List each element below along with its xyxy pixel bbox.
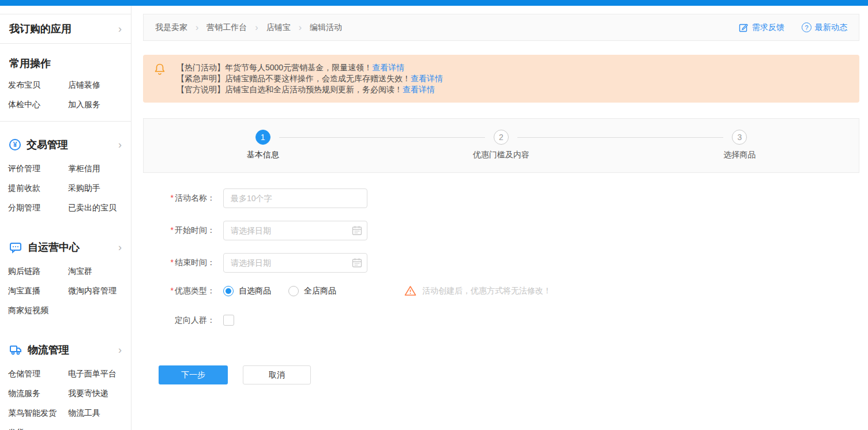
calendar-icon[interactable] (352, 225, 362, 236)
end-date-picker (223, 253, 367, 273)
header-links: 需求反馈 ? 最新动态 (739, 22, 847, 33)
sidebar-item[interactable]: 提前收款 (8, 178, 68, 198)
notice-text: 【紧急声明】店铺宝赠品不要这样操作，会造成无库存赠送失效！ (176, 74, 411, 83)
feedback-link[interactable]: 需求反馈 (739, 22, 784, 33)
breadcrumb-bar: 我是卖家 › 营销工作台 › 店铺宝 › 编辑活动 需求反馈 (143, 14, 859, 41)
step-connector (279, 137, 485, 138)
activity-name-input[interactable] (223, 188, 367, 208)
sidebar-section-trade: ¥ 交易管理 › 评价管理 掌柜信用 提前收款 采购助手 分期管理 已卖出的宝贝 (0, 122, 131, 224)
warning-triangle-icon (404, 285, 416, 296)
radio-label[interactable]: 全店商品 (304, 286, 336, 296)
step-basic-info: 1 基本信息 (144, 130, 382, 172)
form-row-start-time: *开始时间： (159, 221, 859, 240)
edit-icon (739, 22, 749, 32)
step-number: 1 (255, 130, 270, 145)
notice-text: 【热门活动】年货节每人5000元营销基金，限量速领！ (176, 63, 372, 72)
target-group-label: 定向人群： (159, 315, 215, 326)
sidebar-item-self-operation-center[interactable]: 自运营中心 › (0, 233, 131, 261)
start-date-input[interactable] (223, 221, 367, 240)
notice-detail-link[interactable]: 查看详情 (372, 63, 404, 72)
form-actions: 下一步 取消 (159, 365, 859, 384)
notice-text: 【官方说明】店铺宝自选和全店活动预热规则更新，务必阅读！ (176, 85, 403, 94)
sidebar-item[interactable]: 加入服务 (68, 95, 131, 114)
sidebar-item[interactable]: 掌柜信用 (68, 159, 131, 178)
sidebar-item[interactable]: 微淘内容管理 (68, 281, 131, 300)
sidebar-item[interactable]: 体检中心 (8, 95, 68, 114)
notice-line: 【官方说明】店铺宝自选和全店活动预热规则更新，务必阅读！查看详情 (176, 84, 848, 95)
start-date-picker (223, 221, 367, 240)
required-mark: * (171, 258, 174, 267)
step-connector (517, 137, 723, 138)
breadcrumb-item[interactable]: 营销工作台 (206, 22, 247, 33)
notice-detail-link[interactable]: 查看详情 (411, 74, 443, 83)
latest-news-label: 最新动态 (815, 22, 847, 33)
section-title: 自运营中心 (28, 240, 80, 254)
sidebar-item[interactable]: 商家短视频 (8, 300, 68, 320)
section-title: 常用操作 (9, 56, 51, 70)
main-content: 我是卖家 › 营销工作台 › 店铺宝 › 编辑活动 需求反馈 (131, 6, 868, 430)
end-date-input[interactable] (223, 253, 367, 273)
sidebar-item[interactable]: 采购助手 (68, 178, 131, 198)
sidebar-item[interactable]: 店铺装修 (68, 75, 131, 95)
step-discount-threshold: 2 优惠门槛及内容 (382, 130, 620, 172)
radio-label[interactable]: 自选商品 (239, 286, 271, 296)
sidebar-section-common-ops: 常用操作 发布宝贝 店铺装修 体检中心 加入服务 (0, 44, 131, 122)
sidebar-item[interactable]: 发货 (8, 423, 68, 430)
sidebar-item[interactable]: 我要寄快递 (68, 383, 131, 403)
section-title: 物流管理 (28, 343, 69, 357)
step-number: 2 (494, 130, 509, 145)
top-accent-bar (0, 0, 868, 6)
sidebar-item[interactable]: 仓储管理 (8, 364, 68, 383)
yen-circle-icon: ¥ (9, 139, 21, 150)
next-step-button[interactable]: 下一步 (159, 365, 228, 384)
sidebar-item-trade-management[interactable]: ¥ 交易管理 › (0, 131, 131, 159)
sidebar-item[interactable]: 发布宝贝 (8, 75, 68, 95)
breadcrumb: 我是卖家 › 营销工作台 › 店铺宝 › 编辑活动 (155, 22, 342, 33)
activity-name-label: *活动名称： (159, 193, 215, 203)
latest-news-link[interactable]: ? 最新动态 (802, 22, 847, 33)
sidebar-item[interactable]: 分期管理 (8, 198, 68, 217)
sidebar-item[interactable]: 物流服务 (8, 383, 68, 403)
activity-form: *活动名称： *开始时间： (159, 188, 859, 384)
breadcrumb-item[interactable]: 店铺宝 (266, 22, 291, 33)
warning-text: 活动创建后，优惠方式将无法修改！ (422, 286, 551, 296)
sidebar-section-self-operation: 自运营中心 › 购后链路 淘宝群 淘宝直播 微淘内容管理 商家短视频 (0, 224, 131, 327)
required-mark: * (171, 286, 174, 295)
step-label: 选择商品 (723, 150, 756, 160)
chevron-right-icon: › (118, 24, 122, 34)
calendar-icon[interactable] (352, 258, 362, 268)
sidebar-item[interactable]: 物流工具 (68, 403, 131, 423)
cancel-button[interactable]: 取消 (243, 365, 311, 384)
self-operation-items: 购后链路 淘宝群 淘宝直播 微淘内容管理 商家短视频 (0, 261, 131, 320)
notice-banner: 【热门活动】年货节每人5000元营销基金，限量速领！查看详情 【紧急声明】店铺宝… (143, 55, 859, 103)
breadcrumb-item[interactable]: 编辑活动 (310, 22, 342, 33)
radio-selected-products[interactable] (223, 286, 234, 296)
sidebar-item[interactable]: 购后链路 (8, 261, 68, 281)
notice-detail-link[interactable]: 查看详情 (403, 85, 435, 94)
form-row-target-group: 定向人群： (159, 315, 859, 326)
sidebar-item-my-apps[interactable]: 我订购的应用 › (0, 14, 131, 44)
breadcrumb-separator: › (299, 22, 302, 33)
sidebar-item[interactable]: 电子面单平台 (68, 364, 131, 383)
chevron-right-icon: › (118, 242, 122, 252)
common-ops-items: 发布宝贝 店铺装修 体检中心 加入服务 (0, 75, 131, 114)
sidebar-item-logistics-management[interactable]: 物流管理 › (0, 336, 131, 364)
discount-type-label: *优惠类型： (159, 286, 215, 296)
my-apps-label: 我订购的应用 (9, 22, 72, 36)
section-title: 交易管理 (27, 138, 68, 152)
target-group-checkbox[interactable] (223, 315, 234, 326)
chat-bubble-icon (9, 241, 22, 254)
sidebar-item[interactable]: 淘宝直播 (8, 281, 68, 300)
sidebar-item[interactable]: 菜鸟智能发货 (8, 403, 68, 423)
stepper-panel: 1 基本信息 2 优惠门槛及内容 3 选择商品 (143, 118, 859, 173)
sidebar-item[interactable]: 已卖出的宝贝 (68, 198, 131, 217)
feedback-label: 需求反馈 (752, 22, 784, 33)
radio-whole-store[interactable] (288, 286, 299, 296)
sidebar-item[interactable]: 评价管理 (8, 159, 68, 178)
end-time-label: *结束时间： (159, 258, 215, 268)
sidebar-section-logistics: 物流管理 › 仓储管理 电子面单平台 物流服务 我要寄快递 菜鸟智能发货 物流工… (0, 327, 131, 430)
sidebar-item[interactable]: 淘宝群 (68, 261, 131, 281)
start-time-label: *开始时间： (159, 225, 215, 236)
notice-line: 【热门活动】年货节每人5000元营销基金，限量速领！查看详情 (176, 62, 848, 73)
breadcrumb-item[interactable]: 我是卖家 (155, 22, 187, 33)
